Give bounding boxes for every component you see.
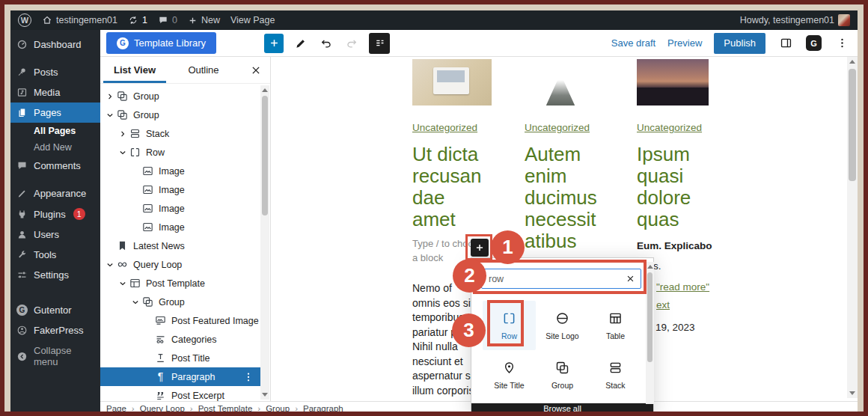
group-icon	[116, 108, 129, 121]
category-link-1[interactable]: Uncategorized	[412, 122, 477, 133]
publish-button[interactable]: Publish	[714, 33, 765, 54]
breadcrumb-page[interactable]: Page	[106, 404, 126, 413]
tree-item-latest-news[interactable]: Latest News	[100, 236, 260, 255]
scroll-down-arrow[interactable]	[849, 391, 855, 395]
canvas-scrollbar[interactable]	[847, 57, 858, 398]
save-draft-button[interactable]: Save draft	[611, 37, 655, 49]
sidebar-item-comments[interactable]: Comments	[10, 156, 100, 176]
breadcrumb-query-loop[interactable]: Query Loop	[140, 404, 185, 413]
undo-button[interactable]	[318, 35, 334, 52]
updates-menu[interactable]: 1	[128, 15, 147, 25]
sidebar-item-collapse-menu[interactable]: Collapse menu	[10, 340, 100, 372]
close-icon[interactable]	[249, 64, 263, 77]
block-option-group[interactable]: Group	[536, 350, 589, 400]
tree-item-image[interactable]: Image	[100, 162, 260, 180]
chevron-down-icon[interactable]	[105, 110, 115, 120]
scroll-up-arrow[interactable]	[647, 265, 653, 269]
block-option-site-logo[interactable]: Site Logo	[536, 301, 589, 350]
gutentor-settings-icon[interactable]: G	[806, 35, 822, 51]
clear-search-icon[interactable]	[625, 273, 636, 284]
tree-item-stack[interactable]: Stack	[100, 124, 260, 143]
list-view-toggle[interactable]	[369, 33, 390, 54]
chevron-down-icon[interactable]	[117, 147, 128, 158]
block-option-row[interactable]: Row	[483, 301, 536, 350]
category-link-3[interactable]: Uncategorized	[637, 122, 702, 133]
scrollbar-thumb[interactable]	[262, 96, 268, 215]
sidebar-item-all-pages[interactable]: All Pages	[10, 123, 100, 139]
tree-item-query-loop[interactable]: Query Loop	[100, 255, 260, 274]
tab-outline[interactable]: Outline	[169, 57, 238, 83]
chevron-right-icon[interactable]	[105, 91, 115, 102]
tree-item-categories[interactable]: Categories	[100, 330, 260, 349]
scrollbar-thumb[interactable]	[849, 69, 856, 181]
tree-item-post-title[interactable]: Post Title	[100, 349, 260, 367]
settings-sidebar-toggle[interactable]	[777, 35, 794, 52]
read-more-link[interactable]: "read more"	[656, 281, 709, 293]
sidebar-item-appearance[interactable]: Appearance	[10, 183, 100, 204]
popup-scrollbar[interactable]	[646, 262, 654, 404]
sidebar-item-tools[interactable]: Tools	[10, 245, 100, 265]
tree-item-post-featured-image[interactable]: Post Featured Image	[100, 311, 260, 330]
tree-item-row[interactable]: Row	[100, 143, 260, 162]
sidebar-item-dashboard[interactable]: Dashboard	[10, 34, 100, 55]
add-block-button[interactable]	[471, 239, 489, 257]
sidebar-item-settings[interactable]: Settings	[10, 265, 100, 285]
breadcrumb-paragraph[interactable]: Paragraph	[303, 404, 343, 413]
template-library-button[interactable]: G Template Library	[106, 32, 216, 54]
featured-image-2[interactable]	[525, 59, 596, 105]
chevron-right-icon[interactable]	[117, 129, 128, 139]
edit-mode-button[interactable]	[293, 35, 309, 52]
options-menu-button[interactable]	[834, 35, 850, 52]
scroll-up-arrow[interactable]	[849, 60, 855, 64]
featured-image-3[interactable]	[637, 59, 709, 105]
new-content-menu[interactable]: New	[188, 15, 220, 25]
tree-item-paragraph[interactable]: ¶ Paragraph	[100, 367, 260, 386]
list-view-scrollbar[interactable]	[260, 85, 269, 400]
block-option-stack[interactable]: Stack	[589, 350, 642, 400]
sidebar-item-plugins[interactable]: Plugins 1	[10, 204, 100, 224]
tab-list-view[interactable]: List View	[100, 57, 169, 83]
chevron-down-icon[interactable]	[130, 297, 141, 308]
options-kebab-icon[interactable]	[242, 371, 254, 383]
sidebar-item-add-new[interactable]: Add New	[10, 139, 100, 156]
sidebar-item-gutentor[interactable]: G Gutentor	[10, 300, 100, 320]
category-link-2[interactable]: Uncategorized	[525, 122, 590, 133]
browse-all-button[interactable]: Browse all	[471, 403, 653, 414]
breadcrumb-group[interactable]: Group	[266, 404, 290, 413]
tree-item-group[interactable]: Group	[100, 87, 260, 105]
featured-image-1[interactable]	[412, 59, 492, 105]
post-title-3[interactable]: Ipsum quasi dolore quas	[637, 144, 709, 230]
sidebar-item-fakerpress[interactable]: FakerPress	[10, 320, 100, 340]
chevron-down-icon[interactable]	[105, 260, 115, 270]
sidebar-item-posts[interactable]: Posts	[10, 62, 100, 82]
tree-item-image[interactable]: Image	[100, 199, 260, 218]
read-more-link-2[interactable]: ext	[656, 299, 670, 311]
howdy-menu[interactable]: Howdy, testingemen01	[740, 14, 850, 26]
chevron-down-icon[interactable]	[117, 278, 128, 289]
site-menu[interactable]: testingemen01	[42, 15, 117, 25]
sidebar-item-media[interactable]: Media	[10, 82, 100, 103]
post-title-2[interactable]: Autem enim ducimus necessit atibus	[525, 144, 596, 252]
sidebar-item-users[interactable]: Users	[10, 224, 100, 245]
post-title-1[interactable]: Ut dicta recusan dae amet	[412, 144, 492, 230]
block-search-input[interactable]	[481, 269, 641, 289]
block-option-table[interactable]: Table	[589, 301, 642, 350]
tree-item-group[interactable]: Group	[100, 293, 260, 311]
redo-button[interactable]	[343, 35, 360, 52]
scroll-up-arrow[interactable]	[262, 88, 268, 92]
tree-item-group[interactable]: Group	[100, 105, 260, 124]
sidebar-item-pages[interactable]: Pages	[10, 103, 100, 123]
scroll-down-arrow[interactable]	[262, 393, 268, 397]
wordpress-logo[interactable]: W	[18, 13, 31, 27]
tree-item-image[interactable]: Image	[100, 218, 260, 236]
comments-menu[interactable]: 0	[158, 15, 177, 25]
tree-item-post-excerpt[interactable]: Post Excerpt	[100, 386, 260, 401]
tree-item-image[interactable]: Image	[100, 180, 260, 199]
scrollbar-thumb[interactable]	[647, 272, 652, 362]
view-page-link[interactable]: View Page	[230, 15, 275, 25]
preview-button[interactable]: Preview	[667, 37, 702, 49]
tree-item-post-template[interactable]: Post Template	[100, 274, 260, 293]
block-inserter-toggle[interactable]	[264, 34, 284, 53]
block-option-site-title[interactable]: Site Title	[483, 350, 536, 400]
breadcrumb-post-template[interactable]: Post Template	[198, 404, 253, 413]
